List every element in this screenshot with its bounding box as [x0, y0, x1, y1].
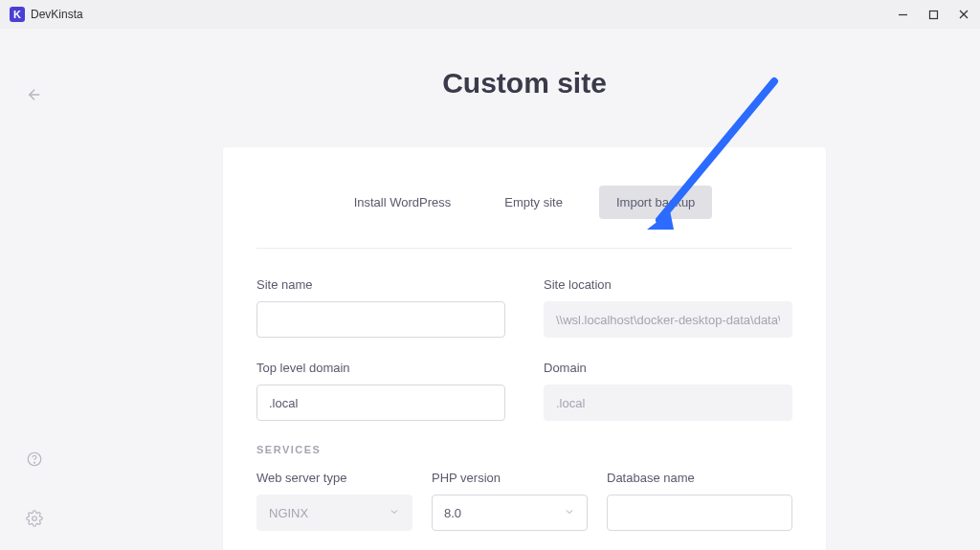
chevron-down-icon [389, 506, 400, 520]
tab-install-wordpress[interactable]: Install WordPress [337, 186, 469, 219]
help-icon[interactable] [26, 451, 43, 472]
site-location-label: Site location [544, 277, 792, 292]
php-version-label: PHP version [432, 471, 588, 485]
window-controls [896, 8, 970, 21]
form-card: Install WordPress Empty site Import back… [223, 147, 826, 550]
db-name-label: Database name [607, 471, 792, 485]
maximize-icon[interactable] [926, 8, 940, 21]
tld-label: Top level domain [256, 361, 505, 375]
page-title: Custom site [117, 67, 932, 99]
titlebar: K DevKinsta [0, 0, 980, 29]
web-server-value: NGINX [269, 506, 308, 520]
site-name-label: Site name [256, 277, 505, 292]
tld-input[interactable] [256, 385, 505, 421]
domain-label: Domain [544, 361, 792, 375]
php-version-value: 8.0 [444, 506, 461, 520]
back-icon[interactable] [26, 86, 43, 107]
titlebar-left: K DevKinsta [10, 7, 83, 22]
site-name-input[interactable] [256, 301, 505, 338]
db-name-input[interactable] [607, 495, 792, 531]
web-server-label: Web server type [256, 471, 412, 485]
svg-point-6 [34, 462, 35, 463]
tabs: Install WordPress Empty site Import back… [256, 186, 792, 219]
tab-empty-site[interactable]: Empty site [487, 186, 580, 219]
divider [256, 248, 792, 249]
chevron-down-icon [564, 506, 575, 520]
close-icon[interactable] [957, 8, 970, 21]
svg-point-7 [33, 517, 37, 521]
services-heading: SERVICES [256, 444, 792, 455]
app-title: DevKinsta [31, 8, 83, 21]
domain-input [544, 385, 792, 421]
app-logo-icon: K [10, 7, 25, 22]
settings-icon[interactable] [26, 510, 43, 531]
svg-rect-1 [929, 11, 937, 18]
php-version-select[interactable]: 8.0 [432, 495, 588, 531]
content-scroll[interactable]: Custom site Install WordPress Empty site… [69, 29, 980, 550]
web-server-select[interactable]: NGINX [256, 495, 412, 531]
sidebar [0, 29, 69, 550]
tab-import-backup[interactable]: Import backup [599, 186, 712, 219]
site-location-input [544, 301, 792, 338]
minimize-icon[interactable] [896, 8, 909, 21]
